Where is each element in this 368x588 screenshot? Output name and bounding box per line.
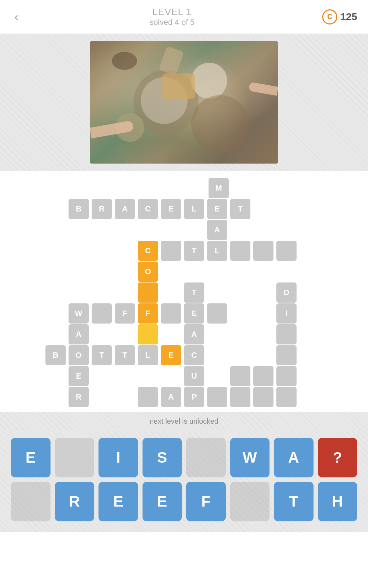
- letter-tile-E3[interactable]: E: [143, 482, 182, 521]
- letter-tile-A[interactable]: A: [274, 438, 314, 477]
- tile-blank14: [207, 387, 227, 407]
- letter-tile-I[interactable]: I: [98, 438, 138, 477]
- tile-R2: R: [69, 387, 89, 407]
- tile-blank9: [276, 345, 297, 365]
- tile-A3: A: [69, 324, 89, 344]
- letter-tile-question[interactable]: ?: [318, 438, 358, 477]
- tile-blank2: [230, 241, 250, 261]
- puzzle-image: [90, 41, 278, 164]
- tile-blank15: [230, 387, 250, 407]
- tile-blank1: [161, 241, 181, 261]
- tile-I: I: [276, 303, 297, 324]
- tile-C-orange: C: [138, 241, 158, 261]
- letter-tile-empty-1: [55, 438, 95, 477]
- tile-O2: O: [69, 345, 89, 365]
- tile-blank6: [161, 303, 181, 324]
- next-level-bar: next level is unlocked: [0, 412, 368, 431]
- tile-B2: B: [45, 345, 66, 365]
- tile-L2: L: [207, 241, 227, 261]
- tile-blank11: [253, 366, 273, 386]
- letter-tile-T[interactable]: T: [274, 482, 314, 521]
- coin-icon: C: [322, 9, 337, 24]
- next-level-label: next level is unlocked: [150, 417, 218, 425]
- tile-U: U: [184, 366, 204, 386]
- tile-blank8: [276, 324, 297, 344]
- tile-E1: E: [161, 199, 181, 219]
- letter-bank: E I S W A ? R E E F T H: [0, 431, 368, 532]
- coins-display: C 125: [322, 9, 357, 24]
- header: ‹ LEVEL 1 solved 4 of 5 C 125: [0, 0, 368, 34]
- tile-F-orange: F: [138, 303, 158, 324]
- letter-tile-empty-2: [186, 438, 226, 477]
- tile-T2: T: [184, 241, 204, 261]
- level-info: LEVEL 1 solved 4 of 5: [150, 6, 195, 27]
- tile-W: W: [69, 303, 89, 324]
- tile-R: R: [92, 199, 112, 219]
- letter-tile-empty-3: [11, 482, 51, 521]
- letter-tile-E2[interactable]: E: [98, 482, 138, 521]
- tile-E-orange: E: [161, 345, 181, 365]
- puzzle-image-area: [0, 34, 368, 171]
- tile-E-yellow: [138, 324, 158, 344]
- tile-A2: A: [207, 220, 227, 240]
- tile-P: P: [184, 387, 204, 407]
- tile-dot: •: [138, 282, 158, 303]
- tile-C2: C: [184, 345, 204, 365]
- tile-T3: T: [184, 282, 204, 303]
- tile-A4: A: [184, 324, 204, 344]
- solved-status: solved 4 of 5: [150, 18, 195, 27]
- tile-L3: L: [138, 345, 158, 365]
- letter-tile-S[interactable]: S: [143, 438, 182, 477]
- letter-tile-R[interactable]: R: [55, 482, 95, 521]
- tile-E4: E: [69, 366, 89, 386]
- tile-M: M: [209, 178, 229, 198]
- tile-B: B: [69, 199, 89, 219]
- letter-tile-W[interactable]: W: [230, 438, 270, 477]
- tile-C1: C: [138, 199, 158, 219]
- tile-blank17: [276, 387, 297, 407]
- tile-blank5: [92, 303, 112, 324]
- tile-blank3: [253, 241, 273, 261]
- letter-tile-F[interactable]: F: [186, 482, 226, 521]
- tile-T1: T: [230, 199, 250, 219]
- tile-F1: F: [115, 303, 135, 324]
- tile-T5: T: [115, 345, 135, 365]
- letter-tile-E[interactable]: E: [11, 438, 51, 477]
- tile-blank13: [138, 387, 158, 407]
- crossword-grid: M B R A C E L E T A T L C O • T D W F F: [14, 178, 354, 409]
- tile-E3: E: [184, 303, 204, 324]
- coin-count: 125: [340, 11, 357, 23]
- tile-blank7: [207, 303, 227, 324]
- tile-A5: A: [161, 387, 181, 407]
- tile-A1: A: [115, 199, 135, 219]
- tile-E2: E: [207, 199, 227, 219]
- tile-blank4: [276, 241, 297, 261]
- tile-D: D: [276, 282, 297, 303]
- crossword-area: M B R A C E L E T A T L C O • T D W F F: [0, 171, 368, 412]
- tile-O-orange: O: [138, 262, 158, 282]
- tile-blank12: [276, 366, 297, 386]
- tile-T4: T: [92, 345, 112, 365]
- tile-blank16: [253, 387, 273, 407]
- letter-tile-empty-4: [230, 482, 270, 521]
- letter-tile-H[interactable]: H: [318, 482, 358, 521]
- tile-L: L: [184, 199, 204, 219]
- level-title: LEVEL 1: [150, 6, 195, 18]
- back-button[interactable]: ‹: [11, 9, 22, 25]
- tile-blank10: [230, 366, 250, 386]
